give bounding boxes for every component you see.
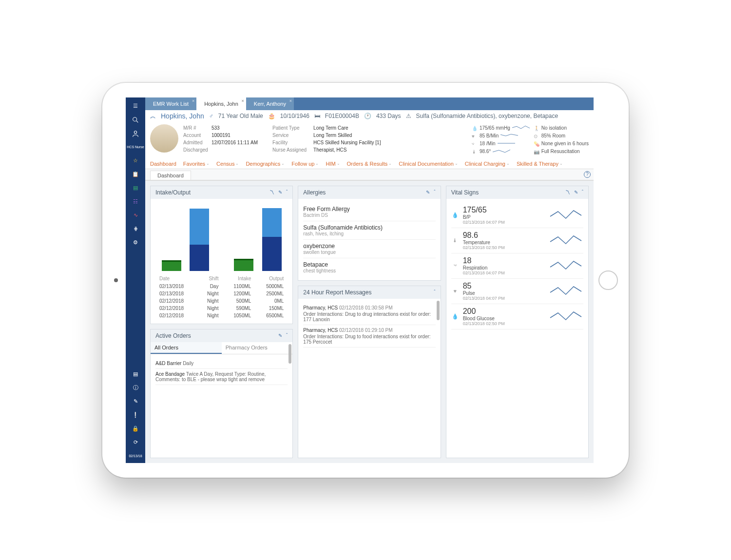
nav-tabs: DashboardFavorites ⌄Census ⌄Demographics… — [145, 159, 594, 169]
order-item[interactable]: A&D Barrier Daily — [155, 358, 288, 369]
vital-row[interactable]: 💧175/65B/P02/13/2018 04:07 PM — [451, 203, 583, 228]
sidebar-date: 02/13/18 — [126, 449, 145, 463]
main-area: EMR Work List×Hopkins, John×Kerr, Anthon… — [145, 97, 594, 463]
subtab-dashboard[interactable]: Dashboard — [150, 171, 191, 180]
list-icon[interactable]: ▤ — [126, 367, 145, 381]
document-icon[interactable]: ▤ — [126, 181, 145, 195]
chevron-down-icon: ⌄ — [235, 161, 239, 166]
order-tab[interactable]: Pharmacy Orders — [222, 342, 293, 354]
chevron-down-icon: ⌄ — [506, 161, 510, 166]
messages-card: 24 Hour Report Messages ˆ Pharmacy, HCS … — [298, 286, 441, 458]
navtab-demographics[interactable]: Demographics ⌄ — [246, 161, 285, 169]
navtab-orders-results[interactable]: Orders & Results ⌄ — [347, 161, 392, 169]
io-chart — [155, 203, 288, 271]
vital-signs-card: Vital Signs 〽✎ˆ 💧175/65B/P02/13/2018 04:… — [446, 186, 589, 458]
allergy-item[interactable]: Betapacechest tightness — [303, 258, 435, 276]
close-icon[interactable]: × — [192, 98, 194, 103]
message-item[interactable]: Pharmacy, HCS 02/12/2018 01:29:10 PMOrde… — [303, 325, 435, 348]
vital-row[interactable]: 🌡98.6Temperature02/13/2018 02:50 PM — [451, 228, 583, 253]
patient-allergies-summary: Sulfa (Sulfonamide Antibiotics), oxybenz… — [416, 113, 558, 119]
patient-dob: 10/10/1946 — [280, 113, 309, 119]
tablet-camera — [114, 278, 118, 282]
edit-icon[interactable]: ✎ — [278, 190, 282, 195]
vital-row[interactable]: ༄18Respiration02/13/2018 04:07 PM — [451, 253, 583, 279]
grid-icon[interactable]: ⋕ — [126, 222, 145, 236]
lock-icon[interactable]: 🔒 — [126, 422, 145, 436]
chevron-down-icon: ⌄ — [315, 161, 319, 166]
birthday-icon: 🎂 — [268, 113, 275, 119]
tab-kerr-anthony[interactable]: Kerr, Anthony× — [246, 97, 294, 110]
navtab-clinical-charging[interactable]: Clinical Charging ⌄ — [465, 161, 510, 169]
vital-row[interactable]: ♥85Pulse02/13/2018 04:07 PM — [451, 279, 583, 304]
navtab-clinical-documentation[interactable]: Clinical Documentation ⌄ — [399, 161, 458, 169]
menu-icon[interactable]: ☰ — [126, 99, 145, 113]
navtab-follow-up[interactable]: Follow up ⌄ — [291, 161, 319, 169]
navtab-dashboard[interactable]: Dashboard — [150, 161, 176, 169]
collapse-icon[interactable]: ˆ — [286, 190, 288, 195]
message-item[interactable]: Pharmacy, HCS 02/12/2018 01:30:58 PMOrde… — [303, 303, 435, 325]
navtab-skilled-therapy[interactable]: Skilled & Therapy ⌄ — [517, 161, 563, 169]
close-icon[interactable]: × — [242, 98, 244, 103]
collapse-icon[interactable]: ˆ — [434, 290, 435, 295]
vitals-icon[interactable]: ∿ — [126, 209, 145, 222]
settings-icon[interactable]: ⚙ — [126, 236, 145, 250]
side-nav: ☰ HCS Nurse ☆ 📋 ▤ ☷ ∿ ⋕ ⚙ ▤ ⓘ ✎ ❕ 🔒 ⟳ 02… — [126, 97, 145, 463]
active-orders-card: Active Orders ✎ˆ All OrdersPharmacy Orde… — [150, 329, 293, 458]
trend-icon[interactable]: 〽 — [565, 190, 570, 195]
edit-icon[interactable]: ✎ — [574, 190, 578, 195]
collapse-icon[interactable]: ︽ — [150, 112, 156, 120]
order-item[interactable]: Ace Bandage Twice A Day, Request Type: R… — [155, 369, 288, 385]
user-label: HCS Nurse — [126, 140, 145, 154]
app-screen: ☰ HCS Nurse ☆ 📋 ▤ ☷ ∿ ⋕ ⚙ ▤ ⓘ ✎ ❕ 🔒 ⟳ 02… — [126, 97, 594, 463]
refresh-icon[interactable]: ⟳ — [126, 436, 145, 449]
help-icon[interactable]: ? — [584, 171, 591, 178]
clipboard-icon[interactable]: 📋 — [126, 168, 145, 181]
allergy-item[interactable]: Free Form AllergyBactrim DS — [303, 203, 435, 221]
patient-header: ︽ Hopkins, John ♂ 71 Year Old Male 🎂 10/… — [145, 110, 594, 181]
chevron-down-icon: ⌄ — [388, 161, 392, 166]
collapse-icon[interactable]: ˆ — [286, 333, 288, 338]
navtab-census[interactable]: Census ⌄ — [216, 161, 239, 169]
allergy-item[interactable]: Sulfa (Sulfonamide Antibiotics)rash, hiv… — [303, 221, 435, 240]
intake-output-card: Intake/Output 〽✎ˆ DateShiftInta — [150, 186, 293, 324]
edit-icon[interactable]: ✎ — [278, 333, 282, 338]
patient-encounter: F01E00004B — [325, 113, 359, 119]
chevron-down-icon: ⌄ — [337, 161, 340, 166]
messages-list: Pharmacy, HCS 02/12/2018 01:30:58 PMOrde… — [298, 299, 440, 351]
search-icon[interactable] — [126, 113, 145, 127]
msg-title: 24 Hour Report Messages — [303, 289, 434, 296]
collapse-icon[interactable]: ˆ — [582, 190, 583, 195]
status-col: 🚶No isolation ⊙85% Room 💊None given in 6… — [534, 124, 589, 155]
tab-hopkins-john[interactable]: Hopkins, John× — [196, 97, 246, 110]
scrollbar[interactable] — [289, 344, 291, 364]
alert-icon[interactable]: ❕ — [126, 408, 145, 422]
info-col-2: Patient TypeLong Term Care ServiceLong T… — [272, 124, 381, 155]
user-icon[interactable] — [126, 127, 145, 140]
navtab-favorites[interactable]: Favorites ⌄ — [183, 161, 210, 169]
collapse-icon[interactable]: ˆ — [434, 190, 435, 195]
info-icon[interactable]: ⓘ — [126, 381, 145, 395]
svg-point-0 — [133, 117, 137, 121]
vital-row[interactable]: 💧200Blood Glucose02/13/2018 02:50 PM — [451, 304, 583, 329]
edit-icon[interactable]: ✎ — [426, 190, 430, 195]
allergies-card: Allergies ✎ˆ Free Form AllergyBactrim DS… — [298, 186, 441, 281]
ao-title: Active Orders — [155, 332, 278, 339]
tab-emr-work-list[interactable]: EMR Work List× — [145, 97, 196, 110]
patient-avatar[interactable] — [150, 124, 178, 153]
allergy-item[interactable]: oxybenzoneswollen tongue — [303, 240, 435, 258]
clock-icon: 🕐 — [364, 113, 371, 119]
close-icon[interactable]: × — [289, 98, 292, 103]
edit-icon[interactable]: ✎ — [126, 395, 145, 408]
tab-bar: EMR Work List×Hopkins, John×Kerr, Anthon… — [145, 97, 594, 110]
order-tab[interactable]: All Orders — [151, 342, 222, 354]
patient-name: Hopkins, John — [161, 112, 204, 120]
navtab-him[interactable]: HIM ⌄ — [326, 161, 340, 169]
chevron-down-icon: ⌄ — [455, 161, 458, 166]
star-icon[interactable]: ☆ — [126, 154, 145, 168]
bars-icon[interactable]: ☷ — [126, 195, 145, 209]
scrollbar[interactable] — [437, 301, 440, 320]
svg-line-1 — [136, 121, 138, 122]
tablet-frame: ☰ HCS Nurse ☆ 📋 ▤ ☷ ∿ ⋕ ⚙ ▤ ⓘ ✎ ❕ 🔒 ⟳ 02… — [102, 83, 629, 478]
trend-icon[interactable]: 〽 — [269, 190, 274, 195]
tablet-home-button[interactable] — [598, 270, 618, 290]
